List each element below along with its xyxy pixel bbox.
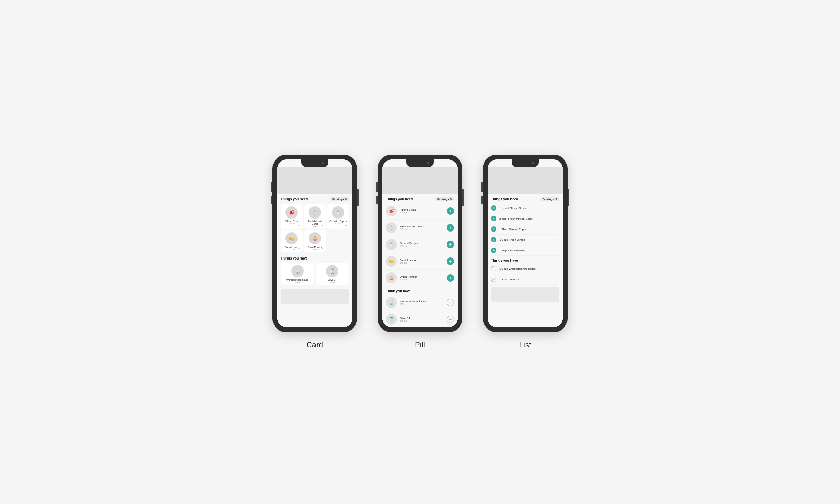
- onion-add-btn[interactable]: +: [321, 247, 324, 250]
- pill-steak-qty: 1 pound: [400, 211, 444, 214]
- pill-pepper-icon: 🧂: [386, 239, 397, 250]
- pill-label: Pill: [415, 340, 425, 349]
- pill-have-list: 🍶 Worcestershire Sauce 1/3 cup − 🫙: [382, 294, 458, 327]
- list-section-title: Things you need: [491, 197, 518, 201]
- card-have-grid: 🍶 Worcestershire Sauce 1/3 cup — 🫙 Olive…: [277, 262, 352, 287]
- pill-steak-add-btn[interactable]: +: [447, 207, 454, 215]
- lemon-icon: 🍋: [285, 232, 298, 244]
- pill-ingredients-list: 🥩 Ribeye Steak 1 pound + 🧄 Fres: [382, 203, 458, 286]
- pill-sauce-qty: 1/3 cup: [400, 303, 444, 305]
- oil-remove-btn[interactable]: —: [344, 280, 348, 283]
- pill-item-onion: 🧅 Onion Powder 1 Tbsp. +: [386, 270, 454, 286]
- pill-garlic-icon: 🧄: [386, 222, 397, 233]
- list-label: List: [519, 340, 531, 349]
- list-pepper-add-btn[interactable]: +: [491, 226, 496, 232]
- garlic-icon: 🧄: [309, 206, 321, 219]
- oil-name: Olive Oil: [328, 279, 337, 281]
- list-item-garlic: + 2 tbsp. Fresh Minced Garlic: [491, 213, 559, 224]
- pill-oil-qty: 1/3 cup: [400, 320, 444, 322]
- pill-onion-add-btn[interactable]: +: [447, 274, 454, 282]
- list-garlic-add-btn[interactable]: +: [491, 216, 496, 221]
- pill-onion-name: Onion Powder: [400, 275, 444, 278]
- sauce-remove-btn[interactable]: —: [309, 280, 313, 283]
- sauce-name: Worcestershire Sauce: [286, 279, 308, 281]
- list-onion-add-btn[interactable]: +: [491, 248, 496, 253]
- pepper-add-btn[interactable]: +: [344, 224, 348, 227]
- pill-sauce-icon: 🍶: [386, 297, 397, 308]
- list-column: Things you need Servings 3 + 1 pound Rib…: [483, 155, 568, 349]
- list-onion-text: 1 tbsp. Onion Powder: [499, 249, 526, 252]
- garlic-qty: 2 Tbsp.: [312, 225, 318, 227]
- list-item-steak: + 1 pound Ribeye Steak: [491, 203, 559, 213]
- pill-phone: Things you need Servings 3 🥩 Ribeye Stea…: [378, 155, 462, 332]
- card-bottom-bar: [281, 289, 349, 304]
- pill-oil-remove-btn[interactable]: −: [447, 316, 454, 323]
- card-item-onion: 🧅 Onion Powder 1 Tbsp. +: [304, 230, 326, 252]
- pill-pepper-add-btn[interactable]: +: [447, 241, 454, 248]
- list-item-pepper: + 1 Tbsp. Ground Pepper: [491, 224, 559, 235]
- list-pepper-text: 1 Tbsp. Ground Pepper: [499, 228, 528, 231]
- pill-sauce-name: Worcestershire Sauce: [400, 300, 444, 303]
- lemon-add-btn[interactable]: +: [298, 247, 301, 250]
- list-lemon-add-btn[interactable]: +: [491, 237, 496, 242]
- list-have-title: Things you have: [488, 256, 563, 264]
- card-have-title: Things you have: [277, 254, 352, 262]
- list-sauce-text: 1/3 cup Worcestershire Sauce: [499, 267, 536, 270]
- pill-pepper-name: Ground Pepper: [400, 242, 444, 245]
- onion-icon: 🧅: [309, 232, 321, 244]
- notch: [301, 159, 328, 167]
- pill-garlic-add-btn[interactable]: +: [447, 224, 454, 232]
- pill-oil-name: Olive Oil: [400, 317, 444, 320]
- list-item-sauce: − 1/3 cup Worcestershire Sauce: [491, 264, 559, 274]
- card-servings-badge: Servings 3: [330, 197, 349, 201]
- lemon-qty: 1/3 cup: [289, 248, 295, 250]
- list-oil-remove-btn[interactable]: −: [491, 277, 496, 282]
- list-steak-text: 1 pound Ribeye Steak: [499, 207, 526, 210]
- pill-servings-badge: Servings 3: [435, 197, 454, 201]
- steak-add-btn[interactable]: +: [298, 224, 301, 227]
- pill-lemon-add-btn[interactable]: +: [447, 257, 454, 265]
- pill-lemon-icon: 🍋: [386, 256, 397, 267]
- pill-column: Things you need Servings 3 🥩 Ribeye Stea…: [378, 155, 462, 349]
- card-item-oil: 🫙 Olive Oil 1/3 cup —: [316, 263, 349, 285]
- pill-item-lemon: 🍋 Fresh Lemon 1/3 cup +: [386, 253, 454, 270]
- pepper-icon: 🧂: [332, 206, 344, 219]
- notch-list: [512, 159, 539, 167]
- onion-qty: 1 Tbsp.: [312, 248, 318, 250]
- garlic-add-btn[interactable]: +: [321, 224, 324, 227]
- showcase: Things you need Servings 3 🥩 Ribeye Stea…: [272, 155, 568, 349]
- list-sauce-remove-btn[interactable]: −: [491, 266, 496, 271]
- list-item-onion: + 1 tbsp. Onion Powder: [491, 245, 559, 256]
- pill-have-title: Think you have: [382, 286, 458, 294]
- oil-qty: 1/3 cup: [329, 281, 335, 283]
- hero-image-list: [488, 167, 563, 194]
- pill-item-pepper: 🧂 Ground Pepper 1 Tbsp. +: [386, 236, 454, 253]
- pill-item-garlic: 🧄 Fresh Minced Garlic 2 Tbsp. +: [386, 220, 454, 236]
- list-bottom-bar: [491, 287, 559, 302]
- hero-image: [277, 167, 352, 194]
- list-steak-add-btn[interactable]: +: [491, 205, 496, 211]
- list-item-oil: − 1/3 cup Olive Oil: [491, 274, 559, 285]
- pepper-name: Grounded Pepper: [329, 220, 347, 223]
- pill-pepper-qty: 1 Tbsp.: [400, 245, 444, 247]
- card-ingredients-grid: 🥩 Ribeye Steak 1 pound + 🧄 Fresh Minced …: [277, 203, 352, 254]
- list-oil-text: 1/3 cup Olive Oil: [499, 278, 519, 281]
- card-item-garlic: 🧄 Fresh Minced Garlic 2 Tbsp. +: [304, 204, 326, 229]
- card-phone: Things you need Servings 3 🥩 Ribeye Stea…: [272, 155, 357, 332]
- pill-onion-qty: 1 Tbsp.: [400, 278, 444, 281]
- card-item-lemon: 🍋 Fresh Lemon 1/3 cup +: [281, 230, 303, 252]
- sauce-icon: 🍶: [291, 265, 304, 277]
- lemon-name: Fresh Lemon: [285, 246, 298, 249]
- pill-lemon-name: Fresh Lemon: [400, 258, 444, 262]
- pill-onion-icon: 🧅: [386, 272, 397, 283]
- pill-steak-name: Ribeye Steak: [400, 208, 444, 211]
- card-section-title: Things you need: [281, 197, 308, 201]
- onion-name: Onion Powder: [308, 246, 322, 249]
- hero-image-pill: [382, 167, 458, 194]
- pill-item-steak: 🥩 Ribeye Steak 1 pound +: [386, 203, 454, 220]
- pill-oil-icon: 🫙: [386, 314, 397, 325]
- list-ingredients: + 1 pound Ribeye Steak + 2 tbsp. Fresh M…: [488, 203, 563, 256]
- pill-item-sauce: 🍶 Worcestershire Sauce 1/3 cup −: [386, 294, 454, 311]
- pill-sauce-remove-btn[interactable]: −: [447, 299, 454, 306]
- list-phone: Things you need Servings 3 + 1 pound Rib…: [483, 155, 568, 332]
